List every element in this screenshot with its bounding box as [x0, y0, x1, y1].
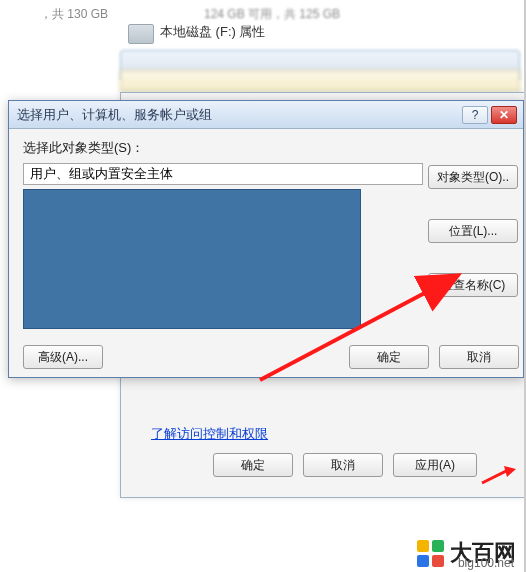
dialog-titlebar[interactable]: 选择用户、计算机、服务帐户或组 ? ✕ [9, 101, 523, 129]
prop-ok-button[interactable]: 确定 [213, 453, 293, 477]
dialog-side-buttons: 对象类型(O).. 位置(L)... 检查名称(C) [428, 165, 518, 297]
object-type-field[interactable]: 用户、组或内置安全主体 [23, 163, 423, 185]
learn-permissions-link[interactable]: 了解访问控制和权限 [151, 425, 268, 443]
object-types-button[interactable]: 对象类型(O).. [428, 165, 518, 189]
bg-disk-info: ，共 130 GB [40, 6, 108, 23]
background-window-strip-2 [120, 70, 520, 92]
watermark-url: big100.net [458, 556, 514, 570]
dialog-cancel-button[interactable]: 取消 [439, 345, 519, 369]
prop-apply-button[interactable]: 应用(A) [393, 453, 477, 477]
bg-disk-info-2: 124 GB 可用，共 125 GB [204, 6, 340, 23]
titlebar-controls: ? ✕ [462, 106, 517, 124]
object-type-label: 选择此对象类型(S)： [23, 139, 511, 157]
prop-cancel-button[interactable]: 取消 [303, 453, 383, 477]
select-users-dialog: 选择用户、计算机、服务帐户或组 ? ✕ 选择此对象类型(S)： 用户、组或内置安… [8, 100, 524, 378]
dialog-title: 选择用户、计算机、服务帐户或组 [17, 106, 212, 124]
dialog-body: 选择此对象类型(S)： 用户、组或内置安全主体 对象类型(O).. 位置(L).… [9, 129, 523, 377]
drive-label: 本地磁盘 (F:) 属性 [160, 23, 265, 41]
help-icon[interactable]: ? [462, 106, 488, 124]
close-icon[interactable]: ✕ [491, 106, 517, 124]
dialog-ok-button[interactable]: 确定 [349, 345, 429, 369]
properties-button-row: 确定 取消 应用(A) [213, 453, 477, 477]
advanced-button[interactable]: 高级(A)... [23, 345, 103, 369]
drive-icon [128, 24, 154, 44]
dialog-bottom-row: 高级(A)... 确定 取消 [23, 345, 519, 369]
logo-squares-icon [417, 540, 444, 567]
locations-button[interactable]: 位置(L)... [428, 219, 518, 243]
check-names-button[interactable]: 检查名称(C) [428, 273, 518, 297]
names-textarea-selection[interactable] [23, 189, 361, 329]
dialog-confirm-buttons: 确定 取消 [349, 345, 519, 369]
